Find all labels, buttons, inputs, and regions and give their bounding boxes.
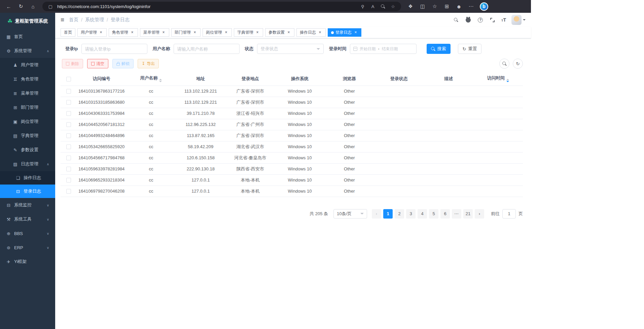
close-icon[interactable]: ×	[130, 30, 135, 35]
sidebar-item-yi-framework[interactable]: ✈Yi框架	[0, 255, 55, 269]
browser-profile-icon[interactable]: ☻	[454, 1, 464, 11]
page-button-3[interactable]: 3	[406, 209, 416, 219]
page-button-4[interactable]: 4	[418, 209, 427, 219]
row-checkbox[interactable]	[66, 189, 71, 194]
tab-user-management[interactable]: 用户管理×	[77, 28, 107, 37]
column-header-user[interactable]: 用户名称	[126, 72, 176, 86]
status-select[interactable]: 登录状态	[257, 44, 324, 54]
row-checkbox[interactable]	[66, 122, 71, 127]
sidebar-item-erp[interactable]: ⊚ERP∨	[0, 240, 55, 255]
fold-menu-icon[interactable]: ≡	[61, 16, 64, 24]
sidebar-item-role-management[interactable]: ♊角色管理	[0, 72, 55, 86]
browser-home-icon[interactable]: ⌂	[28, 1, 38, 11]
tab-dict-management[interactable]: 字典管理×	[234, 28, 263, 37]
close-icon[interactable]: ×	[255, 30, 260, 35]
tab-param-settings[interactable]: 参数设置×	[265, 28, 294, 37]
row-checkbox[interactable]	[66, 167, 71, 171]
close-icon[interactable]: ×	[286, 30, 291, 35]
password-key-icon[interactable]: ⚲	[359, 4, 366, 9]
header-search-icon[interactable]	[453, 17, 460, 23]
date-range-picker[interactable]: 开始日期 - 结束日期	[350, 44, 417, 54]
column-header-time[interactable]: 访问时间	[473, 72, 523, 86]
row-checkbox[interactable]	[66, 89, 71, 94]
text-size-icon[interactable]: TT	[501, 17, 506, 23]
zoom-icon[interactable]	[380, 4, 386, 9]
close-icon[interactable]: ×	[318, 30, 322, 35]
page-button-6[interactable]: 6	[440, 209, 450, 219]
sidebar-item-post-management[interactable]: ▣岗位管理	[0, 114, 55, 129]
tab-home[interactable]: 首页	[61, 28, 75, 37]
extensions-icon[interactable]: ❖	[405, 1, 416, 11]
search-button[interactable]: 搜索	[427, 44, 451, 54]
tab-dept-management[interactable]: 部门管理×	[171, 28, 201, 37]
sidebar-item-dict-management[interactable]: ▤字典管理	[0, 129, 55, 143]
sort-icon[interactable]	[159, 79, 162, 82]
sidebar-item-user-management[interactable]: ♟用户管理	[0, 58, 55, 72]
row-checkbox[interactable]	[66, 156, 71, 160]
address-bar[interactable]: ▢ https://ccnetcore.com:1101/system/log/…	[42, 2, 401, 11]
close-icon[interactable]: ×	[192, 30, 197, 35]
pager-ellipsis[interactable]: ⋯	[452, 209, 461, 219]
row-checkbox[interactable]	[66, 178, 71, 183]
close-icon[interactable]: ×	[161, 30, 166, 35]
tab-operation-log[interactable]: 操作日志×	[296, 28, 326, 37]
sidebar-item-home[interactable]: ▦首页	[0, 30, 55, 44]
breadcrumb-item[interactable]: 首页	[69, 17, 78, 23]
breadcrumb-item[interactable]: 系统管理	[85, 17, 104, 23]
sidebar-item-system-management[interactable]: ⚙系统管理∧	[0, 44, 55, 58]
login-ip-input[interactable]	[81, 44, 147, 54]
next-page-button[interactable]: ›	[475, 209, 484, 219]
refresh-table-button[interactable]: ↻	[513, 59, 523, 69]
back-icon[interactable]: ←	[3, 1, 14, 11]
unlock-button[interactable]: 解锁	[112, 59, 134, 68]
help-icon[interactable]: ?	[477, 17, 484, 23]
row-checkbox[interactable]	[66, 144, 71, 149]
row-checkbox[interactable]	[66, 133, 71, 138]
add-favorite-star-icon[interactable]: ☆	[390, 4, 396, 9]
github-icon[interactable]	[465, 17, 472, 23]
split-screen-icon[interactable]: ◫	[417, 1, 428, 11]
bing-chat-icon[interactable]: b	[480, 2, 488, 11]
close-icon[interactable]: ×	[99, 30, 103, 35]
read-aloud-icon[interactable]: A	[369, 4, 376, 9]
select-all-checkbox[interactable]	[66, 77, 71, 81]
more-menu-icon[interactable]: ⋯	[466, 1, 476, 11]
page-button-2[interactable]: 2	[395, 209, 404, 219]
reload-icon[interactable]: ↻	[15, 1, 26, 11]
sidebar-item-dept-management[interactable]: ⊞部门管理	[0, 100, 55, 114]
row-checkbox[interactable]	[66, 111, 71, 116]
sort-icon[interactable]	[506, 79, 509, 82]
prev-page-button[interactable]: ‹	[372, 209, 381, 219]
avatar[interactable]	[511, 15, 522, 25]
tab-role-management[interactable]: 角色管理×	[109, 28, 138, 37]
tab-post-management[interactable]: 岗位管理×	[203, 28, 232, 37]
sidebar-item-log-management[interactable]: ▨日志管理∧	[0, 157, 55, 171]
sidebar-item-system-monitor[interactable]: ⊟系统监控∨	[0, 198, 55, 212]
sidebar-item-menu-management[interactable]: ≣菜单管理	[0, 86, 55, 100]
delete-button[interactable]: 删除	[62, 59, 83, 68]
collections-icon[interactable]: ⊞	[441, 1, 452, 11]
show-search-button[interactable]	[499, 59, 509, 69]
page-button-5[interactable]: 5	[429, 209, 438, 219]
row-checkbox[interactable]	[66, 100, 71, 105]
reset-button[interactable]: ↻ 重置	[458, 44, 482, 54]
close-icon[interactable]: ×	[353, 30, 358, 35]
url-text[interactable]: https://ccnetcore.com:1101/system/log/lo…	[57, 4, 356, 9]
goto-page-input[interactable]	[502, 209, 516, 219]
clear-button[interactable]: 清空	[87, 59, 108, 68]
page-button-1[interactable]: 1	[383, 209, 393, 219]
user-name-input[interactable]	[174, 44, 240, 54]
sidebar-item-system-tools[interactable]: ⚒系统工具∨	[0, 212, 55, 226]
sidebar-item-param-settings[interactable]: ✎参数设置	[0, 143, 55, 157]
export-button[interactable]: ↧ 导出	[138, 59, 159, 68]
sidebar-item-login-log[interactable]: ⊡登录日志	[0, 185, 55, 198]
sidebar-item-operation-log[interactable]: ❏操作日志	[0, 171, 55, 185]
page-size-select[interactable]: 10条/页	[333, 209, 367, 219]
tab-login-log[interactable]: 登录日志×	[328, 28, 361, 37]
favorites-icon[interactable]: ☆	[429, 1, 440, 11]
sidebar-item-bbs[interactable]: ⊕BBS∨	[0, 226, 55, 240]
close-icon[interactable]: ×	[224, 30, 228, 35]
page-button-21[interactable]: 21	[463, 209, 473, 219]
fullscreen-icon[interactable]	[489, 17, 496, 23]
tab-menu-management[interactable]: 菜单管理×	[140, 28, 169, 37]
